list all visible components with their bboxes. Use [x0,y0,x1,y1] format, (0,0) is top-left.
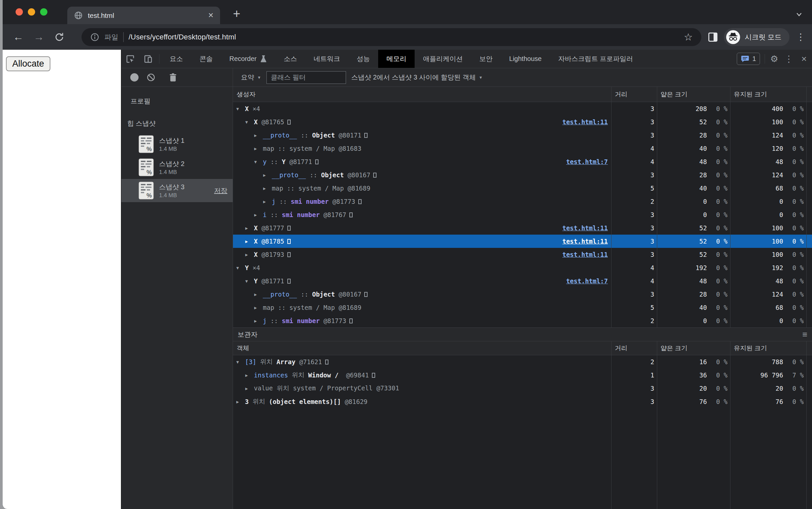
column-header-constructor[interactable]: 생성자 [233,87,611,102]
tree-expanded-icon[interactable]: ▼ [236,265,245,270]
constructor-row[interactable]: ▶i :: smi number @81767300 %00 % [233,208,812,222]
devtools-tab-performance[interactable]: 성능 [348,50,378,68]
omnibox[interactable]: 파일 /Users/yceffort/Desktop/test.html ☆ [81,28,701,46]
constructor-row[interactable]: ▼Y ×441920 %1920 % [233,261,812,274]
perspective-select[interactable]: 요약▼ [241,73,261,82]
incognito-badge[interactable]: 시크릿 모드 [724,28,789,46]
constructor-row[interactable]: ▶j :: smi number @81773200 %00 % [233,314,812,328]
device-toolbar-icon[interactable] [139,50,157,68]
tree-collapsed-icon[interactable]: ▶ [245,252,254,257]
heap-snapshot-item-1[interactable]: %스냅샷 11.4 MB [121,133,233,156]
tree-collapsed-icon[interactable]: ▶ [254,292,263,297]
source-location-link[interactable]: test.html:7 [566,158,608,165]
column-header-shallow-size[interactable]: 얕은 크기 [657,87,730,102]
tree-collapsed-icon[interactable]: ▶ [263,173,272,178]
devtools-tab-sources[interactable]: 소스 [275,50,305,68]
tree-collapsed-icon[interactable]: ▶ [245,226,254,231]
info-icon[interactable] [90,32,99,42]
retainer-row[interactable]: ▶instances 위치 Window / @698411360 %96 79… [233,369,812,382]
heap-snapshot-item-2[interactable]: %스냅샷 21.4 MB [121,156,233,179]
constructor-row[interactable]: ▶X @81785test.html:113520 %1000 % [233,235,812,248]
browser-menu-icon[interactable]: ⋮ [795,32,807,42]
column-header-retained-size[interactable]: 유지된 크기 [730,87,806,102]
constructor-row[interactable]: ▶X @81777test.html:113520 %1000 % [233,222,812,235]
constructor-row[interactable]: ▼X @81765test.html:113520 %1000 % [233,115,812,129]
tab-close-icon[interactable]: × [208,11,213,20]
devtools-tab-security[interactable]: 보안 [471,50,501,68]
retainer-row[interactable]: ▶value 위치 system / PropertyCell @7330132… [233,382,812,395]
devtools-tab-application[interactable]: 애플리케이션 [415,50,471,68]
tree-collapsed-icon[interactable]: ▶ [254,146,263,151]
macos-maximize-button[interactable] [40,8,47,15]
devtools-settings-gear-icon[interactable]: ⚙ [767,54,781,64]
browser-tab[interactable]: test.html × [67,7,220,24]
devtools-tab-js-profiler[interactable]: 자바스크립트 프로파일러 [550,50,641,68]
devtools-tab-network[interactable]: 네트워크 [305,50,348,68]
record-heap-snapshot-icon[interactable] [127,70,142,85]
retainer-row[interactable]: ▼[3] 위치 Array @716212160 %7880 % [233,355,812,369]
snapshot-save-link[interactable]: 저장 [214,186,227,195]
constructor-row[interactable]: ▶__proto__ :: Object @801673280 %1240 % [233,168,812,181]
constructor-row[interactable]: ▼X ×432080 %4000 % [233,102,812,115]
tree-collapsed-icon[interactable]: ▶ [245,239,254,244]
tree-expanded-icon[interactable]: ▼ [236,360,245,365]
tree-expanded-icon[interactable]: ▼ [254,159,263,164]
devtools-tab-memory[interactable]: 메모리 [378,50,415,68]
tab-search-chevron-icon[interactable] [795,10,803,19]
retainers-menu-icon[interactable]: ≡ [802,329,807,340]
source-location-link[interactable]: test.html:11 [563,224,608,232]
side-panel-icon[interactable] [707,32,718,42]
new-tab-button[interactable]: + [227,4,246,23]
column-header-shallow-size[interactable]: 얕은 크기 [657,341,730,355]
devtools-tab-recorder[interactable]: Recorder [221,50,275,68]
column-header-object[interactable]: 객체 [233,341,611,355]
tree-expanded-icon[interactable]: ▼ [245,279,254,284]
retainer-row[interactable]: ▶3 위치 (object elements)[] @816293760 %76… [233,395,812,408]
macos-minimize-button[interactable] [28,8,35,15]
snapshot-range-select[interactable]: 스냅샷 2에서 스냅샷 3 사이에 할당된 객체▼ [351,73,482,82]
bookmark-star-icon[interactable]: ☆ [684,31,693,43]
constructor-row[interactable]: ▶map :: system / Map @816834400 %1200 % [233,142,812,155]
constructor-row[interactable]: ▶__proto__ :: Object @801713280 %1240 % [233,129,812,142]
macos-close-button[interactable] [15,8,23,15]
constructor-row[interactable]: ▶__proto__ :: Object @801673280 %1240 % [233,287,812,301]
tree-collapsed-icon[interactable]: ▶ [254,305,263,310]
column-header-retained-size[interactable]: 유지된 크기 [730,341,806,355]
tree-collapsed-icon[interactable]: ▶ [263,186,272,191]
allocate-button[interactable]: Allocate [6,56,50,71]
column-header-distance[interactable]: 거리 [611,87,657,102]
constructor-row[interactable]: ▼Y @81771test.html:74480 %480 % [233,274,812,287]
console-messages-badge[interactable]: 1 [737,53,760,65]
tree-expanded-icon[interactable]: ▼ [245,120,254,125]
constructor-row[interactable]: ▶X @81793test.html:113520 %1000 % [233,248,812,261]
tree-collapsed-icon[interactable]: ▶ [254,212,263,217]
devtools-close-icon[interactable]: × [796,54,812,64]
reload-button[interactable] [49,28,70,46]
constructor-row[interactable]: ▶map :: system / Map @816895400 %680 % [233,181,812,195]
tree-collapsed-icon[interactable]: ▶ [254,133,263,138]
forward-button[interactable]: → [29,28,49,46]
source-location-link[interactable]: test.html:11 [563,238,608,245]
heap-snapshot-item-3[interactable]: %스냅샷 31.4 MB저장 [121,179,233,202]
constructor-row[interactable]: ▶j :: smi number @81773200 %00 % [233,195,812,208]
tree-collapsed-icon[interactable]: ▶ [263,199,272,204]
tree-collapsed-icon[interactable]: ▶ [245,386,254,391]
tree-collapsed-icon[interactable]: ▶ [245,373,254,378]
tree-collapsed-icon[interactable]: ▶ [236,399,245,404]
devtools-tab-console[interactable]: 콘솔 [191,50,221,68]
class-filter-input[interactable] [267,71,346,84]
constructor-row[interactable]: ▼y :: Y @81771test.html:74480 %480 % [233,155,812,168]
tree-collapsed-icon[interactable]: ▶ [254,318,263,324]
tree-expanded-icon[interactable]: ▼ [236,106,245,111]
delete-profile-trash-icon[interactable] [165,70,181,85]
devtools-menu-icon[interactable]: ⋮ [781,54,796,64]
clear-profiles-icon[interactable] [143,70,159,85]
column-header-distance[interactable]: 거리 [611,341,657,355]
source-location-link[interactable]: test.html:11 [563,251,608,258]
source-location-link[interactable]: test.html:11 [563,118,608,126]
inspect-element-icon[interactable] [121,50,139,68]
source-location-link[interactable]: test.html:7 [566,277,608,285]
devtools-tab-elements[interactable]: 요소 [161,50,191,68]
back-button[interactable]: ← [8,28,29,46]
constructor-row[interactable]: ▶map :: system / Map @816895400 %680 % [233,301,812,314]
